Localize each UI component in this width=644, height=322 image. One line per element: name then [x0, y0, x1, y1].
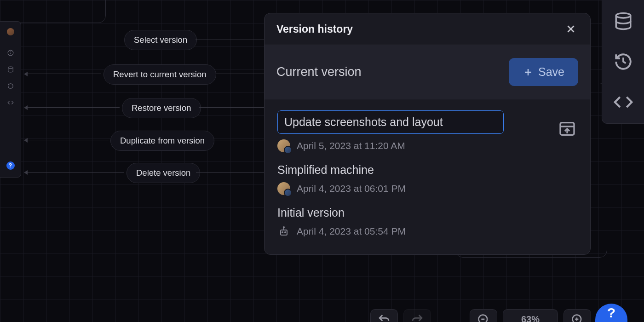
- action-restore-version[interactable]: Restore version: [122, 98, 201, 118]
- plus-icon: [523, 67, 534, 78]
- version-item[interactable]: Simplified machine April 4, 2023 at 06:0…: [273, 158, 582, 201]
- close-button[interactable]: [564, 22, 578, 36]
- pill-label: Restore version: [132, 103, 191, 113]
- version-item[interactable]: Update screenshots and layout April 5, 2…: [273, 105, 582, 158]
- avatar: [277, 182, 290, 195]
- connector-line: [196, 40, 264, 40]
- version-list: Update screenshots and layout April 5, 2…: [264, 99, 590, 254]
- bot-icon: [277, 225, 290, 238]
- history-icon[interactable]: [4, 79, 17, 93]
- save-button-label: Save: [538, 65, 564, 79]
- restore-button[interactable]: [557, 119, 577, 139]
- svg-point-2: [10, 52, 11, 52]
- svg-point-14: [283, 227, 284, 228]
- current-version-row: Current version Save: [264, 45, 590, 99]
- bottom-bar: 63%: [370, 309, 591, 322]
- svg-point-11: [282, 232, 283, 233]
- zoom-label: 63%: [521, 314, 540, 322]
- history-icon[interactable]: [613, 52, 633, 72]
- canvas-node: [0, 0, 106, 23]
- version-item[interactable]: Initial version April 4, 2023 at 05:54 P…: [273, 201, 582, 243]
- svg-point-12: [285, 232, 286, 233]
- code-icon[interactable]: [613, 92, 633, 112]
- database-icon[interactable]: [613, 11, 633, 31]
- connector-line: [28, 140, 109, 140]
- avatar[interactable]: [7, 28, 14, 35]
- pill-label: Delete version: [136, 168, 190, 178]
- zoom-out-button[interactable]: [470, 309, 497, 322]
- connector-line: [28, 107, 120, 108]
- pill-label: Revert to current version: [113, 69, 207, 79]
- version-meta: April 5, 2023 at 11:20 AM: [277, 139, 557, 152]
- connector-line: [216, 74, 264, 74]
- pill-label: Select version: [134, 35, 187, 45]
- svg-point-15: [479, 315, 488, 322]
- version-timestamp: April 4, 2023 at 06:01 PM: [297, 183, 406, 194]
- panel-header: Version history: [264, 13, 590, 45]
- right-toolbar: [602, 0, 644, 124]
- version-meta: April 4, 2023 at 05:54 PM: [277, 225, 577, 238]
- version-history-panel: Version history Current version Save Upd…: [264, 13, 591, 255]
- action-revert-version[interactable]: Revert to current version: [104, 64, 216, 85]
- svg-point-4: [616, 13, 631, 18]
- pill-label: Duplicate from version: [120, 136, 205, 145]
- undo-button[interactable]: [370, 309, 398, 322]
- zoom-level[interactable]: 63%: [503, 309, 558, 322]
- action-duplicate-version[interactable]: Duplicate from version: [110, 131, 214, 151]
- version-meta: April 4, 2023 at 06:01 PM: [277, 182, 577, 195]
- svg-point-3: [8, 67, 13, 69]
- zoom-in-button[interactable]: [564, 309, 591, 322]
- connector-line: [196, 172, 264, 172]
- code-icon[interactable]: [4, 96, 17, 109]
- connector-line: [213, 140, 264, 140]
- version-name: Initial version: [277, 206, 577, 219]
- current-version-label: Current version: [276, 65, 362, 79]
- connector-line: [199, 107, 264, 108]
- info-icon[interactable]: [4, 46, 17, 60]
- version-name: Simplified machine: [277, 163, 577, 177]
- action-delete-version[interactable]: Delete version: [126, 163, 200, 183]
- version-name-input[interactable]: Update screenshots and layout: [277, 110, 504, 134]
- version-timestamp: April 5, 2023 at 11:20 AM: [297, 140, 405, 151]
- help-icon[interactable]: ?: [6, 161, 15, 170]
- action-select-version[interactable]: Select version: [124, 30, 197, 50]
- connector-line: [28, 172, 124, 172]
- avatar: [277, 139, 290, 152]
- version-timestamp: April 4, 2023 at 05:54 PM: [297, 226, 406, 237]
- left-toolbar: ?: [0, 21, 21, 178]
- save-button[interactable]: Save: [509, 58, 578, 86]
- redo-button[interactable]: [403, 309, 431, 322]
- panel-title: Version history: [276, 23, 353, 35]
- database-icon[interactable]: [4, 63, 17, 76]
- connector-line: [28, 74, 101, 74]
